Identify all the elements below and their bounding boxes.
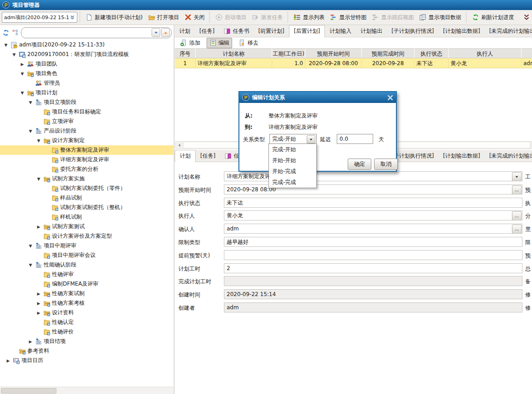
refresh-progress-button[interactable]: 刷新计划进度 [469,12,517,23]
column-header[interactable]: 预期完成时间 [362,48,415,58]
tree-item[interactable]: 参考资料 [0,346,173,356]
tree-item[interactable]: ▼adm项目(2020-09-22 15-11-33) [0,40,173,50]
tree-item[interactable]: ▶性确方案考核 [0,298,173,308]
browse-button[interactable]: ... [512,185,522,194]
expand-arrow-icon[interactable]: ▶ [35,311,42,315]
field-input[interactable] [224,250,522,260]
collapse-arrow-icon[interactable]: ▼ [2,43,10,47]
tree-item[interactable]: ▼试制方案实施 [0,174,173,184]
refresh-tree-icon[interactable] [2,29,10,36]
top-tab-6[interactable]: 计划输入 [325,26,356,37]
relation-type-option[interactable]: 开始-完成 [269,166,316,177]
tree-item[interactable]: ▶性确方案试制 [0,289,173,298]
top-tab-7[interactable]: 计划输出 [356,26,387,37]
top-tab-10[interactable]: [未完成的计划输出] [485,26,532,37]
collapse-arrow-icon[interactable]: ▼ [19,91,26,95]
combo-arrow-icon[interactable] [307,135,315,143]
tree-item[interactable]: 管理员 [0,78,173,88]
tree-horizontal-scrollbar[interactable] [0,387,173,394]
collapse-arrow-icon[interactable]: ▼ [27,263,34,267]
tree-item[interactable]: 设计方案评价及方案定型 [0,231,173,241]
field-ellipsis[interactable]: adm... [224,224,522,234]
column-header[interactable]: 计划名称 [196,48,272,58]
tree-item[interactable]: 编制DFMEA及评审 [0,279,173,289]
tree-scrollbar-thumb[interactable] [1,388,56,394]
expand-arrow-icon[interactable]: ▶ [5,358,12,363]
bottom-tab-10[interactable]: [未完成的计划输出] [485,150,532,162]
delay-input[interactable]: 0.0 [337,134,373,144]
tree-item[interactable]: ▼项目中期评审 [0,241,173,251]
bottom-tab-1[interactable]: 计划 [175,150,196,162]
collapse-arrow-icon[interactable]: ▼ [35,177,42,181]
tree-item[interactable]: ▼产品设计阶段 [0,126,173,136]
field-input[interactable]: 越早越好 [224,237,522,247]
field-input[interactable]: 2 [224,263,522,273]
relation-type-option[interactable]: 完成-开始 [269,144,316,155]
tree-item[interactable]: 项目任务和目标确定 [0,107,173,117]
bottom-tab-9[interactable]: [计划输出数据] [439,150,485,162]
column-header[interactable]: 执行人 [449,48,522,58]
tree-item[interactable]: 性确评审 [0,270,173,279]
tree-item[interactable]: 试制方案试制委托（整机） [0,203,173,212]
expand-arrow-icon[interactable]: ▶ [35,225,42,229]
collapse-arrow-icon[interactable]: ▼ [27,244,34,248]
tree-item[interactable]: 整体方案制定及评审 [0,145,173,155]
new-project-button[interactable]: 新建项目(手动计划) [83,12,145,23]
relation-type-option[interactable]: 完成-完成 [269,177,316,188]
dialog-close-icon[interactable] [387,95,393,101]
column-header[interactable] [522,48,532,58]
hierarchy-icon[interactable] [12,29,19,36]
show-list-button[interactable]: 显示列表 [291,12,327,23]
tree-item[interactable]: 详细方案制定及评审 [0,155,173,164]
cancel-button[interactable]: 取消 [374,159,398,170]
top-tab-5[interactable]: [后置计划] [289,25,325,37]
column-header[interactable]: 序号 [175,48,196,58]
tree-item[interactable]: 性确认定 [0,317,173,327]
tree-item[interactable]: 试制方案试制委托（零件） [0,184,173,193]
show-gantt-button[interactable]: 显示甘特图 [327,12,369,23]
tree-item[interactable]: ▼性能确认阶段 [0,260,173,270]
tree-item[interactable]: 性确评价 [0,327,173,337]
scroll-left-arrow-icon[interactable] [176,142,183,148]
column-header[interactable]: 工期(工作日) [272,48,305,58]
bottom-tab-2[interactable]: [任务] [196,150,220,162]
top-tab-9[interactable]: [计划输出数据] [439,26,485,37]
tree-item[interactable]: ▶项目团队 [0,59,173,69]
tree-item[interactable]: ▶试制方案测试 [0,222,173,231]
browse-button[interactable]: ... [512,225,522,234]
top-tab-4[interactable]: [前置计划] [253,26,289,37]
relation-type-select[interactable]: 完成-开始 [269,134,317,144]
tree-item[interactable]: 样机试制 [0,212,173,222]
edit-button[interactable]: 编辑 [207,38,232,48]
remove-button[interactable]: 移去 [236,38,261,48]
show-project-data-button[interactable]: 显示项目数据 [416,12,464,23]
field-ellipsis[interactable]: 黄小龙... [224,210,522,220]
tree-item[interactable]: ▶项目日历 [0,356,173,365]
collapse-arrow-icon[interactable]: ▼ [27,100,34,105]
tree-item[interactable]: ▼项目计划 [0,88,173,97]
browse-button[interactable]: ... [512,211,522,220]
column-header[interactable]: 预期开始时间 [305,48,362,58]
expand-arrow-icon[interactable]: ▶ [35,301,42,306]
project-selector[interactable]: adm项目(2020-09-22 15-11-33) [2,12,77,23]
search-prev-button[interactable] [161,28,170,37]
tree-item[interactable]: 委托方案的分析 [0,164,173,174]
search-next-button[interactable] [152,28,160,37]
tree-item[interactable]: ▼202009170001：研发部门项目流程模板 [0,50,173,59]
collapse-arrow-icon[interactable]: ▼ [27,129,34,133]
tree-item[interactable]: ▶项目结项 [0,337,173,346]
add-button[interactable]: 添加 [177,38,203,48]
tree-item[interactable]: ▼项目立项阶段 [0,97,173,107]
tree-item[interactable]: 立项评审 [0,117,173,126]
tree-search-input[interactable] [21,27,172,38]
collapse-arrow-icon[interactable]: ▼ [35,138,42,143]
top-tab-8[interactable]: [子计划执行情况] [387,26,438,37]
collapse-arrow-icon[interactable]: ▼ [10,52,18,57]
tree-item[interactable]: 样品试制 [0,193,173,203]
tree-item[interactable]: ▼设计方案制定 [0,136,173,145]
tree-item[interactable]: ▼项目角色 [0,69,173,78]
ok-button[interactable]: 确定 [348,159,371,170]
top-tab-1[interactable]: 计划 [175,26,195,37]
expand-arrow-icon[interactable]: ▶ [27,339,34,344]
column-header[interactable]: 执行状态 [415,48,449,58]
